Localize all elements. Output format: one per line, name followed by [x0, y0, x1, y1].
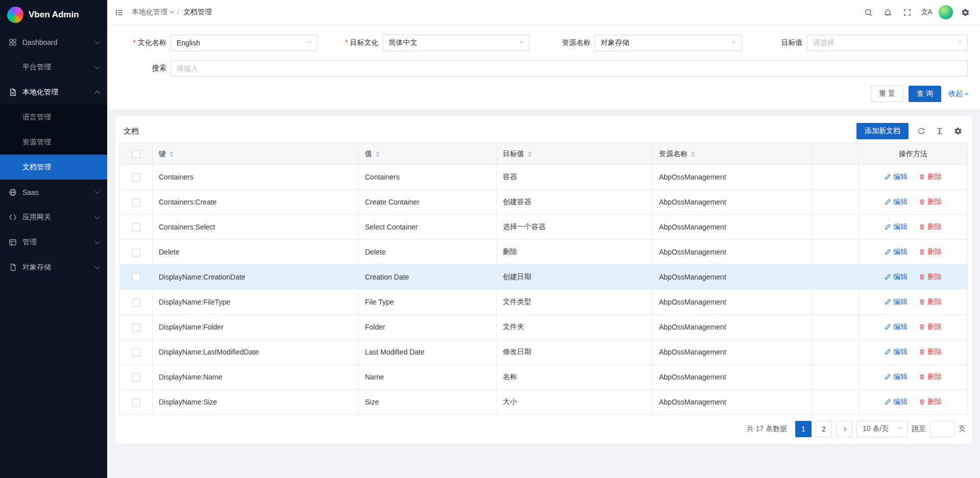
search-icon[interactable]	[859, 0, 878, 24]
cell-actions: 编辑 删除	[859, 390, 968, 415]
logo[interactable]: Vben Admin	[0, 0, 107, 30]
sidebar-item-label: 应用网关	[22, 213, 95, 222]
cell-target: 大小	[497, 390, 653, 415]
delete-button[interactable]: 删除	[919, 297, 942, 307]
top-header: 本地化管理 / 文档管理 文A	[107, 0, 980, 24]
delete-button[interactable]: 删除	[919, 247, 942, 257]
delete-button[interactable]: 删除	[919, 172, 942, 182]
edit-button[interactable]: 编辑	[885, 322, 908, 332]
trash-icon	[919, 273, 925, 280]
edit-button[interactable]: 编辑	[885, 347, 908, 357]
column-header-target[interactable]: 目标值	[497, 143, 653, 165]
next-page-button[interactable]	[836, 421, 852, 437]
translate-icon[interactable]: 文A	[917, 0, 936, 24]
sidebar-item-localization[interactable]: 本地化管理	[0, 80, 107, 105]
table-row: DisplayName:FileType File Type 文件类型 AbpO…	[120, 290, 968, 315]
select-all-checkbox[interactable]	[132, 150, 140, 158]
edit-button[interactable]: 编辑	[885, 372, 908, 382]
fullscreen-icon[interactable]	[897, 0, 917, 24]
main-column: 本地化管理 / 文档管理 文A	[107, 0, 980, 478]
sort-icon[interactable]	[691, 151, 695, 157]
sidebar-item-object-storage[interactable]: 对象存储	[0, 255, 107, 280]
delete-button[interactable]: 删除	[919, 322, 942, 332]
edit-button[interactable]: 编辑	[885, 222, 908, 232]
sidebar-item-language-mgmt[interactable]: 语言管理	[0, 105, 107, 130]
pencil-icon	[885, 223, 891, 230]
sidebar-item-gateway[interactable]: 应用网关	[0, 205, 107, 230]
edit-button[interactable]: 编辑	[885, 197, 908, 207]
page-jump-input[interactable]	[930, 421, 954, 437]
column-settings-gear-icon[interactable]	[952, 125, 964, 137]
delete-button[interactable]: 删除	[919, 222, 942, 232]
cell-resource: AbpOssManagement	[653, 190, 812, 215]
search-input[interactable]	[170, 60, 968, 77]
collapse-toggle[interactable]: 收起	[948, 89, 968, 98]
menu-fold-icon[interactable]	[107, 0, 131, 24]
sidebar-item-document-mgmt[interactable]: 文档管理	[0, 155, 107, 180]
cell-key: Containers	[153, 165, 359, 190]
row-checkbox[interactable]	[132, 223, 140, 232]
bell-icon[interactable]	[878, 0, 897, 24]
header-actions: 文A	[859, 0, 975, 24]
field-label: 搜索	[119, 64, 166, 73]
column-header-value[interactable]: 值	[359, 143, 497, 165]
reset-button[interactable]: 重 置	[871, 86, 903, 102]
settings-gear-icon[interactable]	[955, 0, 975, 24]
sort-icon[interactable]	[528, 151, 532, 157]
row-select-cell	[120, 390, 153, 415]
refresh-icon[interactable]	[916, 125, 927, 137]
breadcrumb-parent[interactable]: 本地化管理	[132, 8, 173, 17]
sidebar-item-saas[interactable]: Saas	[0, 180, 107, 205]
delete-button[interactable]: 删除	[919, 347, 942, 357]
row-checkbox[interactable]	[132, 373, 140, 382]
column-header-key[interactable]: 键	[153, 143, 359, 165]
row-checkbox[interactable]	[132, 348, 140, 357]
cell-spacer	[812, 340, 859, 365]
column-header-resource[interactable]: 资源名称	[653, 143, 812, 165]
delete-button[interactable]: 删除	[919, 197, 942, 207]
row-checkbox[interactable]	[132, 273, 140, 282]
select-all-cell	[120, 143, 153, 165]
culture-name-select[interactable]: English	[170, 35, 317, 51]
row-checkbox[interactable]	[132, 173, 140, 182]
breadcrumb-parent-label: 本地化管理	[132, 8, 167, 17]
sidebar-item-management[interactable]: 管理	[0, 230, 107, 255]
row-checkbox[interactable]	[132, 248, 140, 257]
cell-actions: 编辑 删除	[859, 165, 968, 190]
add-document-button[interactable]: 添加新文档	[856, 123, 909, 139]
filter-field-culture-name: 文化名称 English	[119, 35, 332, 51]
page-button-2[interactable]: 2	[816, 421, 832, 437]
row-checkbox[interactable]	[132, 323, 140, 332]
edit-button[interactable]: 编辑	[885, 172, 908, 182]
sidebar-item-dashboard[interactable]: Dashboard	[0, 30, 107, 55]
table-row: Containers:Select Select Container 选择一个容…	[120, 215, 968, 240]
edit-button[interactable]: 编辑	[885, 272, 908, 282]
query-button[interactable]: 查 询	[909, 86, 941, 102]
sidebar-item-resource-mgmt[interactable]: 资源管理	[0, 130, 107, 155]
user-avatar[interactable]	[936, 0, 955, 24]
resource-name-select[interactable]: 对象存储	[595, 35, 742, 51]
page-size-select[interactable]: 10 条/页	[856, 421, 908, 437]
edit-button[interactable]: 编辑	[885, 247, 908, 257]
cell-key: DisplayName:CreationDate	[153, 265, 359, 290]
row-height-icon[interactable]	[934, 125, 945, 137]
delete-button[interactable]: 删除	[919, 372, 942, 382]
sidebar-item-platform[interactable]: 平台管理	[0, 55, 107, 80]
cell-value: Select Container	[359, 215, 497, 240]
cell-spacer	[812, 390, 859, 415]
edit-button[interactable]: 编辑	[885, 297, 908, 307]
cell-spacer	[812, 290, 859, 315]
row-checkbox[interactable]	[132, 298, 140, 307]
row-checkbox[interactable]	[132, 398, 140, 407]
target-value-select[interactable]: 请选择	[807, 35, 968, 51]
target-culture-select[interactable]: 简体中文	[383, 35, 530, 51]
edit-button[interactable]: 编辑	[885, 397, 908, 407]
sort-icon[interactable]	[169, 151, 174, 157]
delete-button[interactable]: 删除	[919, 397, 942, 407]
chevron-up-icon	[965, 93, 968, 96]
row-checkbox[interactable]	[132, 198, 140, 207]
page-button-1[interactable]: 1	[795, 421, 812, 437]
chevron-down-icon	[307, 39, 311, 43]
sort-icon[interactable]	[376, 151, 380, 157]
delete-button[interactable]: 删除	[919, 272, 942, 282]
